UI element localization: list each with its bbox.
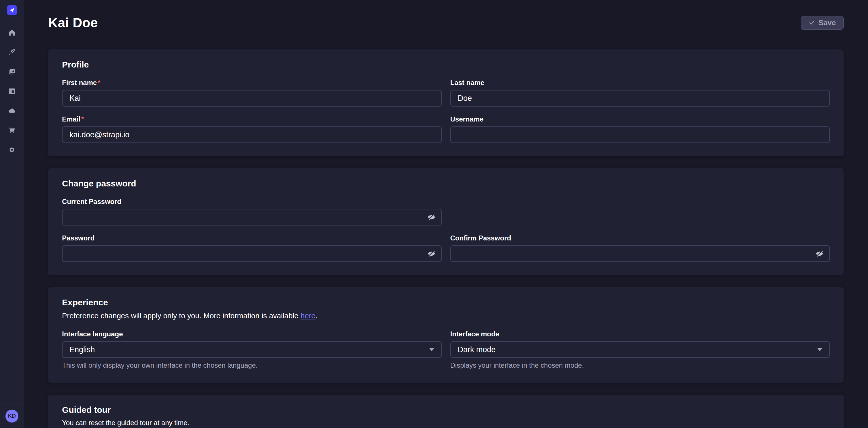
layout-icon [8,87,16,95]
strapi-logo[interactable] [7,5,17,15]
sidebar-item-media-library[interactable] [6,66,18,77]
password-label-text: Password [62,234,94,242]
interface-mode-label: Interface mode [451,330,830,338]
experience-description-prefix: Preference changes will apply only to yo… [62,311,301,320]
confirm-password-label-text: Confirm Password [451,234,511,242]
email-field: Email* [62,115,442,143]
change-password-grid: Current Password [62,198,830,262]
page-header: Kai Doe Save [24,0,868,30]
shopping-cart-icon [8,126,16,134]
gear-icon [8,146,16,154]
current-password-input-wrap [62,209,442,226]
eye-slash-icon [427,250,435,258]
username-label-text: Username [451,115,484,123]
home-icon [8,29,16,36]
sidebar-item-settings[interactable] [6,144,18,155]
content-area: Profile First name* Last name Email [24,49,868,428]
confirm-password-input-wrap [451,245,830,262]
toggle-current-password-visibility-button[interactable] [426,212,437,222]
current-password-label: Current Password [62,198,442,206]
sidebar-logo-area [0,0,24,20]
interface-language-label: Interface language [62,330,442,338]
sidebar: KD [0,0,24,428]
toggle-password-visibility-button[interactable] [426,249,437,259]
sidebar-item-home[interactable] [6,27,18,38]
experience-description: Preference changes will apply only to yo… [62,311,830,320]
confirm-password-label: Confirm Password [451,234,830,242]
here-link[interactable]: here [301,311,315,320]
confirm-password-input[interactable] [451,245,830,262]
interface-mode-select[interactable]: Dark mode [451,341,830,358]
email-label-text: Email [62,115,81,123]
password-input[interactable] [62,245,442,262]
toggle-confirm-password-visibility-button[interactable] [814,249,825,259]
email-label: Email* [62,115,442,123]
change-password-heading: Change password [62,179,830,189]
password-field: Password [62,234,442,262]
guided-tour-heading: Guided tour [62,405,830,415]
strapi-logo-icon [9,7,14,13]
interface-language-hint: This will only display your own interfac… [62,361,442,369]
username-input[interactable] [451,126,830,143]
page-title: Kai Doe [48,15,98,30]
sidebar-item-cloud[interactable] [6,105,18,116]
current-password-field: Current Password [62,198,442,226]
current-password-label-text: Current Password [62,198,121,206]
confirm-password-field: Confirm Password [451,234,830,262]
eye-slash-icon [427,213,435,221]
first-name-field: First name* [62,79,442,107]
guided-tour-description: You can reset the guided tour at any tim… [62,419,830,427]
email-input[interactable] [62,126,442,143]
interface-language-field: Interface language English This will onl… [62,330,442,369]
cloud-icon [8,107,16,115]
last-name-label: Last name [451,79,830,87]
interface-language-value: English [69,345,95,354]
interface-mode-hint: Displays your interface in the chosen mo… [451,361,830,369]
eye-slash-icon [815,250,824,258]
main-content: Kai Doe Save Profile First name* La [24,0,868,428]
sidebar-item-content-type-builder[interactable] [6,85,18,97]
sidebar-footer: KD [0,404,24,428]
username-label: Username [451,115,830,123]
guided-tour-section: Guided tour You can reset the guided tou… [48,395,844,428]
sidebar-nav [6,27,18,155]
first-name-label: First name* [62,79,442,87]
profile-heading: Profile [62,60,830,69]
save-button-label: Save [818,19,836,27]
grid-spacer [451,198,830,226]
profile-grid: First name* Last name Email* [62,79,830,143]
current-password-input[interactable] [62,209,442,226]
first-name-input[interactable] [62,90,442,107]
feather-icon [8,48,16,56]
last-name-field: Last name [451,79,830,107]
experience-description-suffix: . [315,311,317,320]
change-password-section: Change password Current Password [48,168,844,275]
sidebar-item-marketplace[interactable] [6,124,18,136]
experience-section: Experience Preference changes will apply… [48,287,844,382]
sidebar-item-content-manager[interactable] [6,46,18,58]
images-icon [8,68,16,76]
password-label: Password [62,234,442,242]
chevron-down-icon [817,348,823,351]
interface-mode-value: Dark mode [458,345,496,354]
required-asterisk: * [98,79,100,87]
interface-mode-label-text: Interface mode [451,330,499,338]
required-asterisk: * [81,115,84,123]
password-input-wrap [62,245,442,262]
save-button[interactable]: Save [801,16,844,30]
last-name-label-text: Last name [451,79,485,87]
experience-heading: Experience [62,297,830,307]
interface-language-select[interactable]: English [62,341,442,358]
experience-grid: Interface language English This will onl… [62,330,830,369]
interface-mode-field: Interface mode Dark mode Displays your i… [451,330,830,369]
profile-section: Profile First name* Last name Email [48,49,844,156]
chevron-down-icon [429,348,434,351]
avatar[interactable]: KD [5,409,19,423]
interface-language-label-text: Interface language [62,330,123,338]
check-icon [809,20,815,26]
last-name-input[interactable] [451,90,830,107]
username-field: Username [451,115,830,143]
first-name-label-text: First name [62,79,97,87]
